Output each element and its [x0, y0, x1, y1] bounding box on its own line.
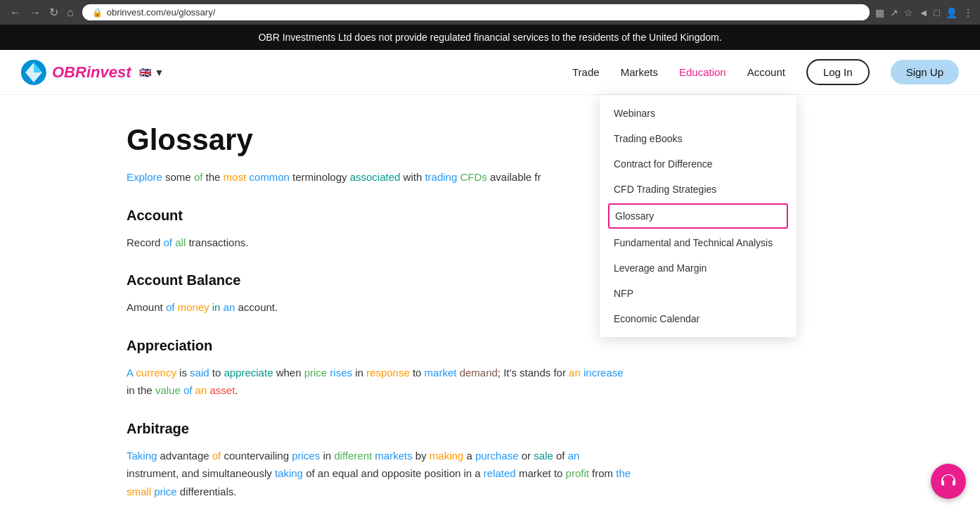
nav-account[interactable]: Account — [747, 66, 785, 78]
term-appreciation: Appreciation — [127, 338, 633, 354]
signup-button[interactable]: Sign Up — [891, 60, 959, 84]
subtitle-text-1: Explore — [127, 171, 165, 183]
main-nav: Trade Markets Education Account Log In S… — [572, 59, 959, 85]
logo-svg — [21, 60, 46, 85]
logo-obr: OBR — [52, 63, 86, 81]
language-selector[interactable]: 🇬🇧 ▼ — [139, 67, 164, 78]
dropdown-item-fundamental-technical[interactable]: Fundamental and Technical Analysis — [600, 230, 797, 255]
nav-trade[interactable]: Trade — [572, 66, 600, 78]
announcement-text: OBR Investments Ltd does not provide reg… — [258, 32, 721, 43]
definition-appreciation: A currency is said to appreciate when pr… — [127, 364, 633, 400]
nav-markets[interactable]: Markets — [621, 66, 658, 78]
reload-button[interactable]: ↻ — [46, 4, 61, 20]
chevron-down-icon: ▼ — [154, 67, 164, 78]
logo[interactable]: OBRinvest — [21, 60, 131, 85]
extension-icon[interactable]: ◄ — [919, 7, 929, 18]
forward-button[interactable]: → — [27, 5, 44, 20]
home-button[interactable]: ⌂ — [64, 5, 77, 20]
glossary-subtitle: Explore some of the most common terminol… — [127, 168, 633, 186]
browser-nav-buttons: ← → ↻ ⌂ — [7, 4, 77, 20]
dropdown-item-economic-calendar[interactable]: Economic Calendar — [600, 306, 797, 331]
logo-invest: invest — [86, 63, 131, 81]
page-title: Glossary — [127, 123, 633, 157]
dropdown-item-webinars[interactable]: Webinars — [600, 101, 797, 126]
logo-diamond-icon — [21, 60, 46, 85]
browser-actions: ▦ ↗ ☆ ◄ □ 👤 ⋮ — [875, 7, 973, 18]
menu-icon[interactable]: ⋮ — [963, 7, 973, 18]
term-arbitrage: Arbitrage — [127, 421, 633, 437]
definition-account-balance: Amount of money in an account. — [127, 298, 633, 317]
lock-icon: 🔒 — [92, 8, 103, 18]
flag-icon: 🇬🇧 — [139, 67, 151, 78]
support-button[interactable] — [931, 464, 966, 499]
url-text: obrinvest.com/eu/glossary/ — [107, 7, 216, 18]
logo-text: OBRinvest — [52, 63, 131, 82]
headset-icon — [940, 473, 957, 490]
definition-account: Record of all transactions. — [127, 234, 633, 252]
dropdown-item-cfd-trading-strategies[interactable]: CFD Trading Strategies — [600, 177, 797, 202]
back-button[interactable]: ← — [7, 5, 24, 20]
term-account: Account — [127, 208, 633, 224]
main-content: Glossary Explore some of the most common… — [0, 95, 633, 520]
bookmark-icon[interactable]: ☆ — [904, 7, 913, 18]
education-dropdown: Webinars Trading eBooks Contract for Dif… — [600, 95, 797, 337]
address-bar[interactable]: 🔒 obrinvest.com/eu/glossary/ — [82, 4, 870, 20]
screenshot-icon[interactable]: ▦ — [875, 7, 884, 18]
dropdown-item-nfp[interactable]: NFP — [600, 281, 797, 306]
dropdown-item-contract-for-difference[interactable]: Contract for Difference — [600, 151, 797, 177]
share-icon[interactable]: ↗ — [890, 7, 898, 18]
definition-arbitrage: Taking advantage of countervailing price… — [127, 447, 633, 501]
window-icon[interactable]: □ — [934, 7, 940, 18]
site-header: OBRinvest 🇬🇧 ▼ Trade Markets Education A… — [0, 50, 980, 95]
browser-chrome: ← → ↻ ⌂ 🔒 obrinvest.com/eu/glossary/ ▦ ↗… — [0, 0, 980, 25]
dropdown-item-glossary[interactable]: Glossary — [608, 203, 788, 229]
dropdown-item-trading-ebooks[interactable]: Trading eBooks — [600, 126, 797, 151]
term-account-balance: Account Balance — [127, 272, 633, 288]
profile-icon[interactable]: 👤 — [946, 7, 958, 18]
nav-education[interactable]: Education — [679, 66, 726, 78]
dropdown-item-leverage-margin[interactable]: Leverage and Margin — [600, 255, 797, 281]
login-button[interactable]: Log In — [806, 59, 870, 85]
announcement-bar: OBR Investments Ltd does not provide reg… — [0, 25, 980, 50]
